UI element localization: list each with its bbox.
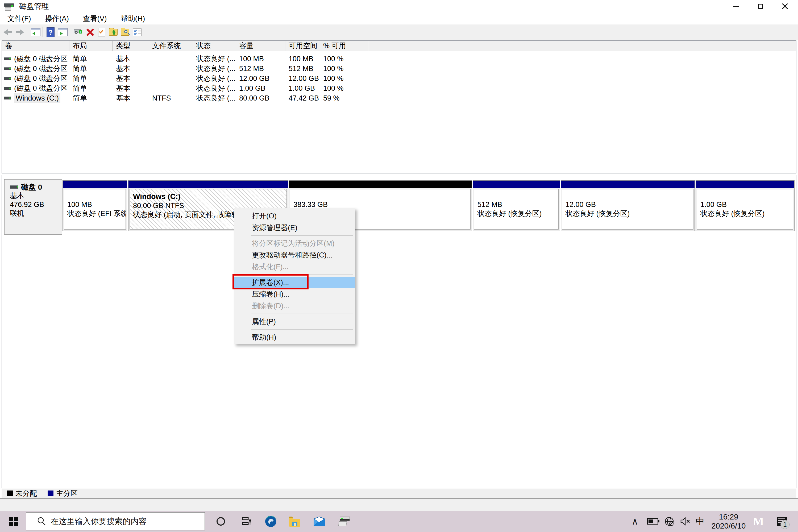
task-view-icon[interactable] [236,511,258,532]
app-logo-glyph: M [753,515,764,528]
partition-status: 状态良好 (恢复分区) [566,209,693,218]
menu-item-properties[interactable]: 属性(P) [234,316,355,327]
menu-item-change-drive-letter[interactable]: 更改驱动器号和路径(C)... [234,249,355,261]
minimize-button[interactable] [724,0,748,13]
tray-chevron-icon[interactable]: ∧ [628,511,642,532]
cell-capacity: 100 MB [236,54,285,64]
table-row[interactable]: (磁盘 0 磁盘分区 1) 简单 基本 状态良好 (... 100 MB 100… [2,54,796,64]
help-icon[interactable]: ? [45,27,56,38]
back-icon[interactable] [2,27,14,38]
folder-up-icon[interactable] [108,27,119,38]
search-input[interactable] [51,517,178,526]
menu-item-delete-volume: 删除卷(D)... [234,300,355,312]
partition-recovery-2[interactable]: 12.00 GB 状态良好 (恢复分区) [561,180,695,231]
close-icon [782,3,788,10]
column-header-free[interactable]: 可用空间 [285,41,320,51]
cell-fs [149,74,193,83]
partition-color-bar [561,180,695,188]
window-bottom-strip [0,499,798,511]
cell-pct-free: 59 % [320,93,368,103]
menu-item-help[interactable]: 帮助(H) [234,331,355,343]
column-header-status[interactable]: 状态 [193,41,236,51]
cell-free: 1.00 GB [285,83,320,93]
disk-management-taskbar-icon[interactable] [334,511,355,532]
column-header-pct-free[interactable]: % 可用 [320,41,368,51]
partition-recovery-1[interactable]: 512 MB 状态良好 (恢复分区) [473,180,560,231]
taskbar-clock[interactable]: 16:29 2020/6/10 [709,512,748,530]
toolbar-separator [42,26,43,37]
file-explorer-icon[interactable] [284,511,305,532]
menu-bar: 文件(F) 操作(A) 查看(V) 帮助(H) [0,13,798,24]
column-header-volume[interactable]: 卷 [2,41,70,51]
menu-item-shrink-volume[interactable]: 压缩卷(H)... [234,288,355,300]
primary-partition-swatch [48,491,54,496]
column-header-capacity[interactable]: 容量 [236,41,285,51]
checklist-icon[interactable] [131,27,143,38]
partition-color-bar [129,180,288,188]
console-tree-icon[interactable] [30,27,41,38]
menu-item-explorer[interactable]: 资源管理器(E) [234,222,355,233]
partition-recovery-3[interactable]: 1.00 GB 状态良好 (恢复分区) [696,180,795,231]
table-row[interactable]: (磁盘 0 磁盘分区 6) 简单 基本 状态良好 (... 12.00 GB 1… [2,74,796,83]
restore-button[interactable] [748,0,773,13]
edge-icon[interactable] [260,511,281,532]
partition-status: 状态良好 (恢复分区) [477,209,558,218]
cell-pct-free: 100 % [320,83,368,93]
cell-status: 状态良好 (... [193,83,236,93]
column-header-layout[interactable]: 布局 [70,41,113,51]
partition-color-bar [63,180,127,188]
cell-type: 基本 [113,64,149,74]
cell-pct-free: 100 % [320,74,368,83]
cell-layout: 简单 [70,64,113,74]
column-header-fs[interactable]: 文件系统 [149,41,193,51]
disk0-label-box[interactable]: 磁盘 0 基本 476.92 GB 联机 [4,179,62,234]
unallocated-swatch [7,491,13,496]
disk-management-app-icon [4,2,15,11]
menu-action[interactable]: 操作(A) [39,13,75,24]
cortana-icon[interactable] [210,511,231,532]
check-document-icon[interactable] [96,27,108,38]
cell-capacity: 1.00 GB [236,83,285,93]
menu-item-mark-active: 将分区标记为活动分区(M) [234,238,355,249]
volume-muted-icon[interactable] [678,511,693,532]
action-center-icon[interactable]: 1 [774,511,791,532]
cell-layout: 简单 [70,83,113,93]
menu-view[interactable]: 查看(V) [76,13,113,24]
cell-pct-free: 100 % [320,54,368,64]
menu-file[interactable]: 文件(F) [1,13,37,24]
mail-icon[interactable] [308,511,330,532]
column-header-type[interactable]: 类型 [113,41,149,51]
ime-indicator[interactable]: 中 [693,511,707,532]
table-row-selected[interactable]: Windows (C:) 简单 基本 NTFS 状态良好 (... 80.00 … [2,93,796,103]
menu-item-open[interactable]: 打开(O) [234,210,355,222]
app-logo-tray-icon[interactable]: M [750,511,766,532]
cell-free: 12.00 GB [285,74,320,83]
close-button[interactable] [773,0,797,13]
partition-status: 状态良好 (恢复分区) [700,209,793,218]
window-title: 磁盘管理 [19,0,49,13]
cell-pct-free: 100 % [320,64,368,74]
menu-help[interactable]: 帮助(H) [114,13,151,24]
device-search-icon[interactable]: + [72,27,83,38]
table-row[interactable]: (磁盘 0 磁盘分区 5) 简单 基本 状态良好 (... 512 MB 512… [2,64,796,74]
cell-capacity: 12.00 GB [236,74,285,83]
cell-free: 512 MB [285,64,320,74]
table-row[interactable]: (磁盘 0 磁盘分区 7) 简单 基本 状态良好 (... 1.00 GB 1.… [2,83,796,93]
delete-icon[interactable] [84,27,96,38]
cell-fs [149,54,193,64]
partition-color-bar [473,180,560,188]
battery-icon[interactable] [645,511,661,532]
forward-icon[interactable] [14,27,25,38]
start-button[interactable] [4,511,23,532]
volume-name: (磁盘 0 磁盘分区 1) [14,54,70,64]
cell-free: 47.42 GB [285,93,320,103]
menu-item-format: 格式化(F)... [234,261,355,273]
column-header-filler [368,41,796,51]
partition-efi[interactable]: 100 MB 状态良好 (EFI 系统分 [62,180,127,231]
cell-status: 状态良好 (... [193,74,236,83]
taskbar-search[interactable] [26,512,205,530]
folder-search-icon[interactable] [119,27,131,38]
globe-offline-icon[interactable] [662,511,677,532]
title-bar: 磁盘管理 [0,0,798,13]
show-console-icon[interactable] [57,27,69,38]
